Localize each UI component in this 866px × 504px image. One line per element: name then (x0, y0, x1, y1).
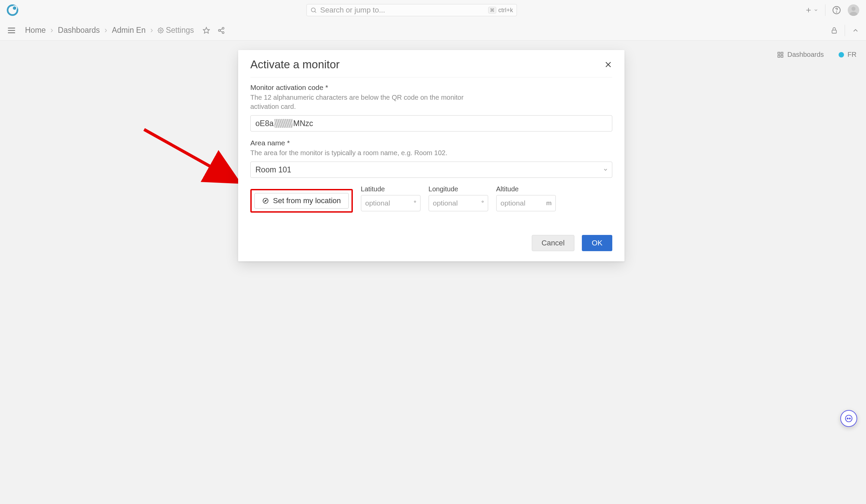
svg-rect-19 (781, 52, 783, 54)
search-icon (310, 7, 317, 13)
kbd-hint-text: ctrl+k (498, 7, 513, 14)
close-button[interactable] (604, 60, 612, 69)
svg-point-12 (222, 27, 224, 29)
area-name-hint: The area for the monitor is typically a … (250, 148, 494, 158)
activation-code-field: Monitor activation code * The 12 alphanu… (250, 83, 612, 131)
altitude-input[interactable] (496, 195, 556, 211)
lock-button[interactable] (831, 27, 838, 34)
svg-marker-11 (203, 27, 209, 33)
latitude-field: Latitude ° (361, 185, 421, 211)
topbar-right (805, 4, 859, 16)
avatar[interactable] (848, 4, 859, 16)
breadcrumb-home[interactable]: Home (25, 26, 46, 35)
altitude-field: Altitude m (496, 185, 556, 211)
svg-point-28 (847, 418, 848, 419)
lock-icon (831, 27, 838, 34)
svg-rect-20 (778, 55, 780, 57)
language-toggle[interactable]: FR (839, 51, 856, 58)
set-from-location-button[interactable]: Set from my location (254, 193, 349, 208)
lang-dot-icon (839, 52, 844, 57)
svg-point-6 (852, 7, 855, 11)
svg-point-10 (160, 30, 162, 31)
activate-monitor-dialog: Activate a monitor Monitor activation co… (238, 50, 624, 261)
breadcrumb-admin[interactable]: Admin En (112, 26, 146, 35)
app-logo[interactable] (7, 4, 18, 16)
activation-code-label: Monitor activation code * (250, 83, 612, 92)
activation-code-hint: The 12 alphanumeric characters are below… (250, 93, 494, 111)
breadcrumb-right (831, 25, 859, 36)
breadcrumb-actions (203, 27, 225, 34)
star-button[interactable] (203, 27, 210, 34)
chat-fab[interactable] (840, 410, 857, 427)
area-name-label: Area name * (250, 139, 612, 147)
longitude-field: Longitude ° (429, 185, 488, 211)
svg-point-0 (311, 8, 315, 12)
svg-point-27 (845, 415, 852, 422)
svg-marker-26 (265, 200, 267, 202)
kbd-chip-icon: ⌘ (488, 7, 496, 13)
share-icon (218, 27, 225, 34)
breadcrumb-bar: Home › Dashboards › Admin En › Settings (0, 20, 866, 41)
code-masked-segment (274, 119, 292, 128)
add-button[interactable] (805, 7, 818, 14)
location-row: Set from my location Latitude ° Longitud… (250, 185, 612, 211)
dashboards-link[interactable]: Dashboards (777, 51, 824, 58)
page-right-widgets: Dashboards FR (777, 51, 856, 58)
dashboards-icon (777, 51, 784, 58)
svg-point-25 (263, 198, 268, 204)
breadcrumb-settings[interactable]: Settings (158, 26, 194, 35)
share-button[interactable] (218, 27, 225, 34)
kbd-hint: ⌘ ctrl+k (488, 7, 513, 14)
area-name-field: Area name * The area for the monitor is … (250, 139, 612, 178)
activation-code-input[interactable]: oE8a MNzc (250, 115, 612, 131)
topbar: ⌘ ctrl+k (0, 0, 866, 20)
separator (825, 4, 825, 16)
breadcrumb-dashboards[interactable]: Dashboards (58, 26, 100, 35)
svg-line-1 (314, 11, 316, 13)
latitude-input[interactable] (361, 195, 421, 211)
ok-button[interactable]: OK (582, 235, 612, 251)
svg-rect-17 (832, 30, 836, 33)
breadcrumbs: Home › Dashboards › Admin En › Settings (25, 26, 194, 35)
svg-point-14 (222, 32, 224, 33)
chat-icon (844, 414, 853, 423)
separator (845, 25, 845, 36)
help-button[interactable] (832, 6, 841, 14)
hamburger-menu[interactable] (7, 26, 16, 35)
dialog-title: Activate a monitor (250, 58, 340, 71)
area-name-input[interactable] (250, 162, 612, 178)
collapse-button[interactable] (852, 27, 859, 34)
svg-point-29 (850, 418, 851, 419)
svg-rect-18 (778, 52, 780, 54)
search-input[interactable] (320, 5, 488, 15)
dialog-footer: Cancel OK (250, 235, 612, 251)
cancel-button[interactable]: Cancel (532, 235, 574, 251)
svg-line-15 (220, 28, 222, 30)
longitude-input[interactable] (429, 195, 488, 211)
star-icon (203, 27, 210, 34)
gear-icon (158, 27, 164, 33)
search-box[interactable]: ⌘ ctrl+k (307, 4, 517, 16)
chevron-up-icon (852, 27, 859, 34)
svg-rect-21 (781, 55, 783, 57)
svg-point-13 (219, 30, 221, 32)
annotation-highlight: Set from my location (250, 189, 353, 213)
compass-icon (262, 197, 269, 204)
svg-point-5 (836, 12, 836, 12)
svg-line-16 (220, 31, 222, 32)
close-icon (604, 60, 612, 69)
